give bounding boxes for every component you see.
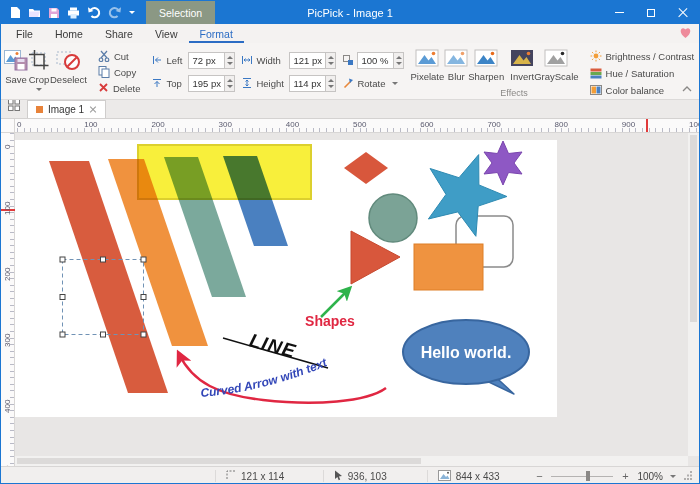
left-spinner[interactable]: [224, 52, 235, 69]
bubble-text: Hello world.: [421, 344, 512, 361]
undo-icon[interactable]: [87, 6, 101, 19]
document-tab-icon: [36, 106, 43, 113]
delete-label: Delete: [113, 83, 140, 94]
tab-format[interactable]: Format: [189, 24, 244, 43]
hue-saturation-icon: [590, 67, 602, 81]
width-input[interactable]: [289, 52, 325, 69]
cursor-position-value: 936, 103: [348, 471, 387, 482]
qat-dropdown-icon[interactable]: [129, 11, 135, 14]
picpick-window: Selection PicPick - Image 1 File Home Sh…: [0, 0, 700, 484]
hue-saturation-button[interactable]: Hue / Saturation: [585, 67, 700, 80]
deselect-label: Deselect: [50, 74, 87, 85]
color-balance-icon: [590, 84, 602, 98]
deselect-button[interactable]: Deselect: [50, 45, 87, 99]
window-controls: [603, 1, 699, 24]
top-input[interactable]: [188, 75, 224, 92]
copy-label: Copy: [114, 67, 136, 78]
top-field-label: Top: [166, 78, 185, 89]
cursor-icon: [334, 470, 343, 483]
zoom-dropdown-icon[interactable]: [670, 475, 676, 478]
scale-input[interactable]: [357, 52, 393, 69]
height-spinner[interactable]: [325, 75, 336, 92]
scale-icon: [342, 54, 354, 68]
top-spinner[interactable]: [224, 75, 235, 92]
size-group: Width Height: [235, 45, 336, 99]
ruler-row: 01002003004005006007008009001000: [1, 119, 699, 133]
purple-star: [484, 141, 522, 185]
orange-rect: [414, 244, 483, 290]
minimize-button[interactable]: [603, 1, 635, 24]
close-button[interactable]: [667, 1, 699, 24]
quick-access-toolbar: [1, 6, 135, 19]
tab-share[interactable]: Share: [94, 24, 144, 43]
tab-close-icon[interactable]: [89, 106, 97, 114]
cut-label: Cut: [114, 51, 129, 62]
left-field-label: Left: [166, 55, 185, 66]
save-button[interactable]: Save: [4, 45, 28, 99]
width-spinner[interactable]: [325, 52, 336, 69]
maximize-button[interactable]: [635, 1, 667, 24]
heart-icon[interactable]: [679, 27, 692, 41]
zoom-level[interactable]: 100%: [637, 471, 663, 482]
save-icon[interactable]: [48, 7, 60, 19]
tab-file[interactable]: File: [5, 24, 44, 43]
cut-icon: [98, 50, 110, 64]
rotate-button[interactable]: Rotate: [342, 75, 404, 92]
transform-group: Rotate: [342, 45, 404, 99]
document-tab-label: Image 1: [48, 104, 84, 115]
print-icon[interactable]: [67, 7, 80, 19]
brightness-label: Brightness / Contrast: [606, 51, 695, 62]
open-file-icon[interactable]: [28, 7, 41, 18]
blur-icon: [444, 49, 468, 68]
selection-size-value: 121 x 114: [241, 471, 284, 482]
align-left-icon: [151, 54, 163, 68]
collapse-ribbon-icon[interactable]: [682, 83, 692, 94]
workspace: 0100200300400500: [1, 133, 699, 466]
align-top-icon: [151, 77, 163, 91]
brightness-contrast-button[interactable]: Brightness / Contrast: [585, 50, 700, 63]
clipboard-group: Cut Copy Delete: [93, 45, 145, 99]
new-file-icon[interactable]: [10, 6, 21, 19]
pixelate-button[interactable]: Pixelate: [410, 45, 444, 99]
vertical-scrollbar[interactable]: [688, 133, 699, 456]
shapes-label: Shapes: [305, 313, 355, 329]
ribbon: Save Crop Deselect Cut Copy Delete: [1, 43, 699, 100]
zoom-controls: − + 100%: [534, 470, 699, 482]
crop-dropdown-icon[interactable]: [36, 88, 42, 91]
left-input[interactable]: [188, 52, 224, 69]
tab-home[interactable]: Home: [44, 24, 94, 43]
zoom-slider-thumb[interactable]: [586, 471, 590, 481]
canvas-drawing: Hello world. LINE Shapes Curved Arrow wi…: [15, 140, 557, 417]
image-canvas[interactable]: Hello world. LINE Shapes Curved Arrow wi…: [15, 140, 557, 417]
crop-icon: [28, 49, 50, 71]
copy-icon: [98, 66, 110, 80]
sharpen-icon: [474, 49, 498, 68]
tab-view[interactable]: View: [144, 24, 189, 43]
redo-icon[interactable]: [108, 6, 122, 19]
horizontal-scrollbar[interactable]: [15, 456, 688, 466]
ruler-vertical: 0100200300400500: [1, 133, 15, 466]
copy-button[interactable]: Copy: [93, 66, 145, 79]
width-icon: [241, 54, 253, 68]
effects-group-label: Effects: [475, 88, 553, 98]
document-tab-bar: Image 1: [1, 100, 699, 119]
cut-button[interactable]: Cut: [93, 50, 145, 63]
save-label: Save: [5, 74, 27, 85]
crop-button[interactable]: Crop: [28, 45, 50, 99]
rotate-icon: [342, 77, 354, 91]
width-field-label: Width: [256, 55, 286, 66]
brightness-icon: [590, 50, 602, 64]
resize-grip-icon[interactable]: [683, 470, 693, 482]
scale-spinner[interactable]: [393, 52, 404, 69]
height-icon: [241, 77, 253, 91]
blur-button[interactable]: Blur: [444, 45, 468, 99]
zoom-in-button[interactable]: +: [620, 470, 630, 482]
sharpen-label: Sharpen: [468, 71, 504, 82]
delete-button[interactable]: Delete: [93, 82, 145, 95]
height-input[interactable]: [289, 75, 325, 92]
status-bar: 121 x 114 936, 103 844 x 433 − + 100%: [1, 466, 699, 484]
document-tab[interactable]: Image 1: [27, 100, 106, 118]
zoom-out-button[interactable]: −: [534, 470, 544, 482]
zoom-slider[interactable]: [551, 470, 613, 482]
curved-arrow-text: Curved Arrow with text: [200, 355, 330, 400]
